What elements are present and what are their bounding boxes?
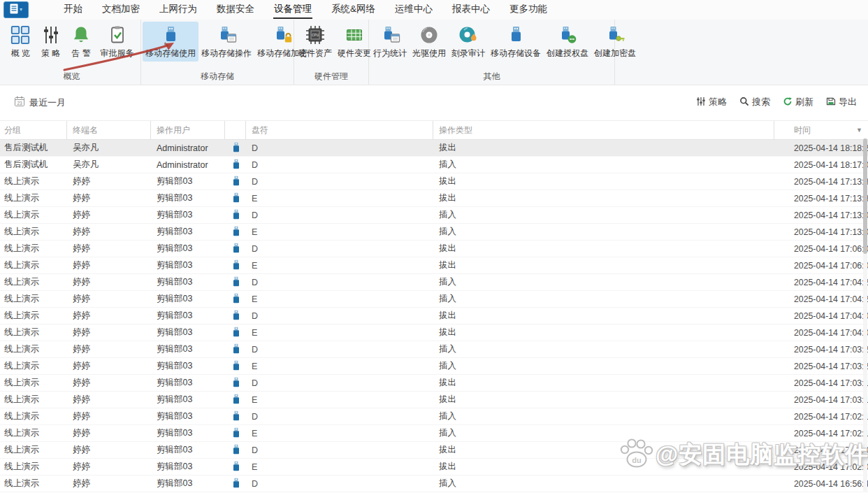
table-row[interactable]: 线上演示婷婷剪辑部03E插入2025-04-14 17:02:11	[0, 425, 868, 442]
cell-action: 插入	[433, 410, 774, 422]
toolbar-export-button[interactable]: 导出	[826, 96, 857, 108]
date-range-filter[interactable]: 23 最近一月	[14, 96, 66, 109]
ribbon-group-label: 概览	[3, 71, 140, 83]
cell-terminal: 婷婷	[67, 293, 151, 305]
table-row[interactable]: 售后测试机吴亦凡AdministratorD插入2025-04-14 18:17…	[0, 157, 868, 173]
overview-grid-icon	[9, 24, 31, 46]
column-header-terminal[interactable]: 终端名	[67, 121, 151, 139]
column-header-group[interactable]: 分组	[0, 121, 67, 139]
column-header-time[interactable]: 时间▼	[774, 121, 868, 139]
policy-sliders-icon	[40, 24, 62, 46]
cell-drive-icon	[225, 259, 246, 272]
usb-operation-icon	[215, 24, 238, 46]
toolbar-search-button[interactable]: 搜索	[739, 96, 770, 108]
cell-action: 插入	[433, 360, 774, 372]
column-header-drive[interactable]: 盘符	[246, 121, 433, 139]
cell-terminal: 婷婷	[67, 444, 151, 456]
table-row[interactable]: 线上演示婷婷剪辑部03D拔出2025-04-14 17:03:15	[0, 375, 868, 392]
ribbon-button-label: 移动存储设备	[491, 48, 541, 59]
menu-tab-3[interactable]: 上网行为	[159, 0, 198, 20]
ribbon-button-alert-bell[interactable]: 告 警	[67, 22, 95, 62]
cell-terminal: 婷婷	[67, 461, 151, 473]
cell-group: 线上演示	[0, 478, 67, 490]
ribbon-button-approval-clipboard[interactable]: 审批服务	[98, 22, 137, 62]
table-row[interactable]: 线上演示婷婷剪辑部03D插入2025-04-14 17:03:20	[0, 341, 868, 358]
cell-group: 线上演示	[0, 293, 67, 305]
table-row[interactable]: 线上演示婷婷剪辑部03D插入2025-04-14 17:13:00	[0, 207, 868, 224]
ribbon-button-optical-disc[interactable]: 光驱使用	[410, 22, 449, 62]
cell-drive-icon	[225, 461, 246, 473]
cell-time: 2025-04-14 17:04:06	[774, 311, 868, 321]
scrollbar-thumb[interactable]	[863, 138, 867, 254]
table-row[interactable]: 线上演示婷婷剪辑部03D插入2025-04-14 17:04:29	[0, 274, 868, 291]
ribbon-button-usb-keydisk[interactable]: 创建加密盘	[591, 22, 639, 62]
table-row[interactable]: 线上演示婷婷剪辑部03E插入2025-04-14 17:13:00	[0, 224, 868, 241]
cell-user: 剪辑部03	[151, 343, 225, 355]
sort-arrow-icon[interactable]: ▼	[856, 127, 862, 134]
ribbon-button-overview-grid[interactable]: 概 览	[6, 22, 34, 62]
cell-terminal: 婷婷	[67, 360, 151, 372]
ribbon-button-usb-usage[interactable]: 移动存储使用	[143, 22, 198, 62]
toolbar-sliders-button[interactable]: 策略	[696, 96, 727, 108]
table-row[interactable]: 线上演示婷婷剪辑部03D拔出2025-04-14 17:13:37	[0, 173, 868, 190]
vertical-scrollbar[interactable]	[863, 138, 867, 492]
table-row[interactable]: 线上演示婷婷剪辑部03D插入2025-04-14 16:56:48	[0, 476, 868, 492]
cell-drive-letter: D	[246, 210, 433, 220]
usb-drive-icon	[233, 226, 240, 238]
column-header-label: 操作类型	[439, 124, 472, 136]
cell-drive-icon	[225, 226, 246, 238]
ribbon-button-usb-authorize[interactable]: 创建授权盘	[544, 22, 591, 62]
menu-tab-6[interactable]: 系统&网络	[331, 0, 376, 20]
cell-terminal: 婷婷	[67, 427, 151, 439]
ribbon-button-usb-operation[interactable]: 移动存储操作	[198, 22, 254, 62]
table-row[interactable]: 线上演示婷婷剪辑部03E拔出2025-04-14 17:06:00	[0, 257, 868, 274]
ribbon-button-label: 审批服务	[101, 48, 134, 59]
table-row[interactable]: 售后测试机吴亦凡AdministratorD拔出2025-04-14 18:18…	[0, 140, 868, 157]
usb-drive-icon	[233, 176, 240, 188]
ribbon-button-disc-burn[interactable]: 刻录审计	[449, 22, 488, 62]
cell-drive-letter: D	[246, 445, 433, 455]
cell-drive-letter: D	[246, 345, 433, 355]
table-row[interactable]: 线上演示婷婷剪辑部03E拔出2025-04-14 17:03:15	[0, 392, 868, 408]
cell-group: 线上演示	[0, 461, 67, 473]
menu-tab-9[interactable]: 更多功能	[509, 0, 548, 20]
table-row[interactable]: 线上演示婷婷剪辑部03D拔出2025-04-14 17:04:06	[0, 308, 868, 324]
menu-tab-8[interactable]: 报表中心	[451, 0, 491, 20]
cell-drive-icon	[225, 192, 246, 205]
ribbon-button-usb-device[interactable]: 移动存储设备	[488, 22, 544, 62]
table-row[interactable]: 线上演示婷婷剪辑部03E插入2025-04-14 17:03:20	[0, 358, 868, 375]
column-header-icon[interactable]	[225, 121, 246, 139]
cell-time: 2025-04-14 17:02:11	[774, 412, 868, 422]
cell-action: 插入	[433, 293, 774, 305]
column-header-action[interactable]: 操作类型	[433, 121, 774, 139]
cell-user: 剪辑部03	[151, 377, 225, 389]
usb-statistics-icon	[379, 24, 401, 46]
table-row[interactable]: 线上演示婷婷剪辑部03E拔出2025-04-14 17:13:37	[0, 190, 868, 207]
toolbar-refresh-button[interactable]: 刷新	[783, 96, 813, 108]
table-header: 分组终端名操作用户盘符操作类型时间▼	[0, 121, 868, 140]
cell-time: 2025-04-14 18:18:21	[774, 143, 868, 153]
table-row[interactable]: 线上演示婷婷剪辑部03D插入2025-04-14 17:02:11	[0, 408, 868, 425]
ribbon-group-1: 概 览策 略告 警审批服务概览	[3, 20, 141, 85]
usb-drive-icon	[233, 310, 240, 322]
table-row[interactable]: 线上演示婷婷剪辑部03E拔出2025-04-14 17:04:06	[0, 324, 868, 341]
menu-tab-7[interactable]: 运维中心	[394, 0, 433, 20]
menu-tab-1[interactable]: 开始	[63, 0, 83, 20]
menu-tab-4[interactable]: 数据安全	[216, 0, 255, 20]
table-row[interactable]: 线上演示婷婷剪辑部03E插入2025-04-14 17:04:29	[0, 291, 868, 308]
ribbon-button-cpu-chip[interactable]: CPU硬件资产	[296, 22, 335, 62]
optical-disc-icon	[418, 24, 440, 46]
menu-tab-2[interactable]: 文档加密	[101, 0, 140, 20]
search-icon	[739, 97, 749, 108]
ribbon-button-hardware-board[interactable]: 硬件变更	[335, 22, 374, 62]
ribbon-button-usb-statistics[interactable]: 行为统计	[370, 22, 410, 62]
table-row[interactable]: 线上演示婷婷剪辑部03D拔出2025-04-14 17:06:00	[0, 241, 868, 257]
usb-drive-icon	[233, 478, 240, 490]
ribbon-button-policy-sliders[interactable]: 策 略	[37, 22, 65, 62]
app-logo-button[interactable]: ▾	[3, 1, 29, 18]
ribbon-button-label: 刻录审计	[451, 48, 485, 59]
column-header-user[interactable]: 操作用户	[151, 121, 225, 139]
table-row[interactable]: 线上演示婷婷剪辑部03D拔出2025-04-14 17:02:09	[0, 442, 868, 459]
menu-tab-5[interactable]: 设备管理	[273, 0, 312, 20]
table-row[interactable]: 线上演示婷婷剪辑部03E拔出2025-04-14 17:02:09	[0, 459, 868, 476]
